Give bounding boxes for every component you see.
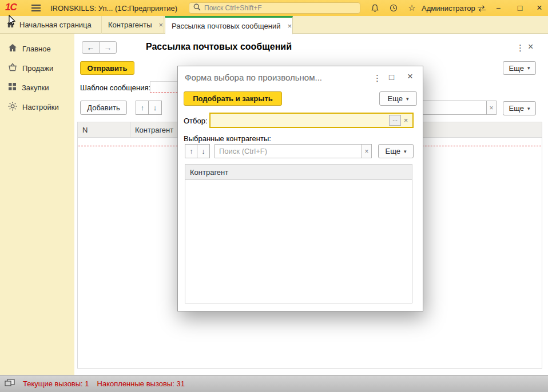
tab-contractors[interactable]: Контрагенты × xyxy=(102,16,164,34)
chevron-down-icon: ▾ xyxy=(527,65,530,71)
current-calls-indicator: Текущие вызовы: 1 xyxy=(23,379,89,388)
template-label: Шаблон сообщения: xyxy=(80,83,150,92)
performance-monitor-icon xyxy=(5,379,15,389)
dialog-contractors-table: Контрагент xyxy=(185,164,412,303)
sidebar-item-sales[interactable]: Продажи xyxy=(0,58,74,78)
home-icon xyxy=(8,43,17,54)
dialog-move-up-button[interactable]: ↑ xyxy=(185,144,198,158)
minimize-button[interactable]: − xyxy=(491,2,506,14)
global-search[interactable] xyxy=(189,2,360,14)
search-icon xyxy=(193,3,201,13)
service-menu-icon[interactable] xyxy=(475,3,488,14)
sidebar-item-label: Главное xyxy=(22,45,51,53)
app-window: 1С IRONSKILLS: Уп... (1С:Предприятие) ☆ … xyxy=(0,0,548,392)
more-button-top[interactable]: Еще ▾ xyxy=(503,61,536,75)
column-header-contractor[interactable]: Контрагент xyxy=(185,164,412,180)
back-button[interactable]: ← xyxy=(82,41,100,54)
add-button[interactable]: Добавить xyxy=(80,101,127,115)
form-close-icon[interactable]: × xyxy=(528,42,533,51)
chevron-down-icon: ▾ xyxy=(527,106,530,111)
tab-close-icon[interactable]: × xyxy=(159,21,164,29)
filter-input[interactable] xyxy=(211,116,389,125)
global-search-input[interactable] xyxy=(204,4,356,12)
tab-close-icon[interactable]: × xyxy=(287,22,292,30)
dialog-clear-search-icon[interactable]: × xyxy=(362,144,372,158)
grid-boxes-icon xyxy=(8,82,17,93)
dialog-more-button-top[interactable]: Еще ▾ xyxy=(379,91,417,106)
filter-label: Отбор: xyxy=(184,117,208,125)
dialog-close-icon[interactable]: × xyxy=(407,71,413,81)
main-menu-icon[interactable] xyxy=(31,5,41,11)
maximize-button[interactable]: □ xyxy=(513,2,527,14)
tab-label: Контрагенты xyxy=(108,21,152,29)
sidebar-item-main[interactable]: Главное xyxy=(0,39,74,58)
sections-panel: Главное Продажи Закупки Настройки xyxy=(0,34,74,375)
accumulated-calls-indicator: Накопленные вызовы: 31 xyxy=(97,379,185,388)
dialog-more-button-list[interactable]: Еще ▾ xyxy=(378,144,414,158)
favorites-star-icon[interactable]: ☆ xyxy=(406,2,418,14)
tab-bar: Начальная страница Контрагенты × Рассылк… xyxy=(0,16,548,34)
send-button[interactable]: Отправить xyxy=(80,61,134,75)
tab-home[interactable]: Начальная страница xyxy=(0,16,102,34)
dialog-kebab-icon[interactable]: ⋮ xyxy=(373,74,382,82)
form-title: Рассылка почтовых сообщений xyxy=(146,42,292,52)
clear-filter-icon[interactable]: × xyxy=(401,116,411,125)
chevron-down-icon: ▾ xyxy=(406,96,409,102)
selected-contractors-label: Выбранные контрагенты: xyxy=(184,134,271,143)
tab-label: Начальная страница xyxy=(19,21,92,29)
sidebar-item-label: Настройки xyxy=(22,103,59,111)
tab-mail-distribution[interactable]: Рассылка почтовых сообщений × xyxy=(165,16,293,34)
column-header-n[interactable]: N xyxy=(78,122,130,137)
open-picker-button[interactable]: ... xyxy=(389,115,401,126)
move-down-button[interactable]: ↓ xyxy=(148,101,162,115)
filter-field[interactable]: ... × xyxy=(209,113,414,128)
form-kebab-icon[interactable]: ⋮ xyxy=(516,43,525,52)
dialog-move-down-button[interactable]: ↓ xyxy=(197,144,210,158)
move-up-button[interactable]: ↑ xyxy=(136,101,149,115)
sidebar-item-settings[interactable]: Настройки xyxy=(0,97,74,117)
status-bar: Текущие вызовы: 1 Накопленные вызовы: 31 xyxy=(0,375,548,392)
dialog-table-body[interactable] xyxy=(185,180,412,303)
column-header-contractor[interactable]: Контрагент xyxy=(130,122,173,137)
nav-buttons: ← → xyxy=(82,41,117,54)
app-title: IRONSKILLS: Уп... (1С:Предприятие) xyxy=(50,4,177,13)
sidebar-item-label: Продажи xyxy=(22,64,53,73)
more-button-list[interactable]: Еще ▾ xyxy=(503,101,536,115)
sidebar-item-purchases[interactable]: Закупки xyxy=(0,78,74,97)
notifications-bell-icon[interactable] xyxy=(368,2,381,14)
close-window-button[interactable]: × xyxy=(532,2,547,14)
dialog-search-field[interactable] xyxy=(215,144,362,158)
chevron-down-icon: ▾ xyxy=(404,149,407,154)
pick-and-close-button[interactable]: Подобрать и закрыть xyxy=(184,91,282,106)
selection-dialog: Форма выбора по произвольном... ⋮ □ × По… xyxy=(177,66,423,311)
gear-icon xyxy=(8,102,17,113)
dialog-search-input[interactable] xyxy=(215,147,362,155)
forward-button[interactable]: → xyxy=(99,41,117,54)
dialog-maximize-icon[interactable]: □ xyxy=(389,73,394,81)
titlebar: 1С IRONSKILLS: Уп... (1С:Предприятие) ☆ … xyxy=(0,0,548,16)
clear-search-icon[interactable]: × xyxy=(486,101,497,115)
sidebar-item-label: Закупки xyxy=(22,83,49,92)
current-user[interactable]: Администратор xyxy=(422,4,475,13)
history-icon[interactable] xyxy=(387,2,400,14)
basket-icon xyxy=(8,63,17,73)
home-icon xyxy=(6,20,15,30)
dialog-title: Форма выбора по произвольном... xyxy=(185,73,322,82)
1c-logo: 1С xyxy=(5,2,17,13)
tab-label: Рассылка почтовых сообщений xyxy=(172,22,280,30)
